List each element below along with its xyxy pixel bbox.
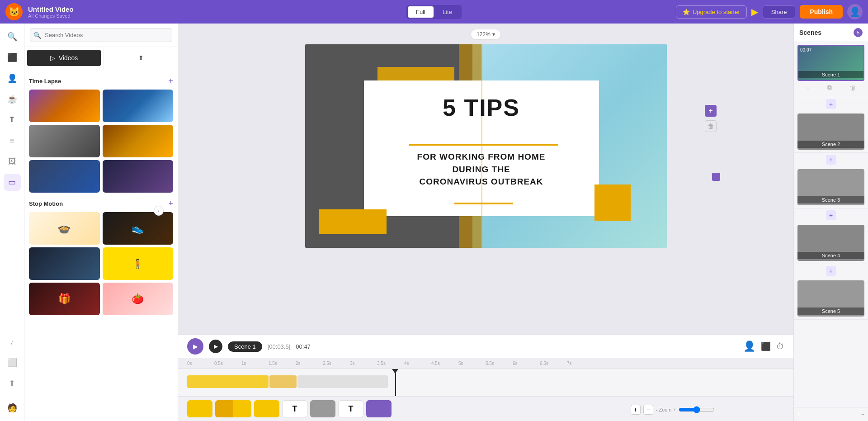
scene-play-button[interactable]: ▶ xyxy=(209,340,222,353)
nav-text-icon[interactable]: T xyxy=(4,111,21,128)
canvas-guide-line xyxy=(481,44,482,248)
stopmotion-add-button[interactable]: + xyxy=(168,199,173,208)
canvas-timeline-area: 122% ▾ 5 TIPS xyxy=(178,24,793,421)
current-time: [00:03.5] xyxy=(268,343,291,350)
nav-scenes-icon[interactable]: ⬛ xyxy=(4,49,21,66)
left-panel: 🔍 ▷ Videos ⬆ Time Lapse + xyxy=(24,24,178,421)
canvas-add-scene-button[interactable]: + xyxy=(705,105,717,117)
timelapse-thumb-2[interactable] xyxy=(103,90,174,122)
tick-7s: 7s xyxy=(567,361,594,366)
tick-5s: 5s xyxy=(458,361,486,366)
nav-search-icon[interactable]: 🔍 xyxy=(4,28,21,45)
avatar-icon-pb[interactable]: 👤 xyxy=(743,341,755,352)
nav-image-icon[interactable]: 🖼 xyxy=(4,153,21,170)
zoom-out-scenes[interactable]: − xyxy=(861,411,864,417)
timelapse-title: Time Lapse xyxy=(29,78,61,85)
play-button[interactable]: ▶ xyxy=(187,338,203,355)
search-input[interactable] xyxy=(30,28,172,42)
stopmotion-thumb-1[interactable]: 🍲 xyxy=(29,212,100,245)
zoom-slider[interactable] xyxy=(679,406,715,413)
scene-add-between-4-5[interactable]: + xyxy=(826,266,836,276)
strip-block-2[interactable] xyxy=(215,400,251,417)
zoom-in-button[interactable]: + xyxy=(631,405,641,415)
strip-block-purple[interactable] xyxy=(366,400,392,417)
nav-character-icon[interactable]: 👤 xyxy=(4,70,21,87)
ruler-ticks: 0s 0.5s 1s 1.5s 2s 2.5s 3s 3.5s 4s 4.5s … xyxy=(178,358,793,369)
tick-0-5s: 0.5s xyxy=(214,361,241,366)
timelapse-thumb-5[interactable] xyxy=(29,160,100,193)
timer-icon[interactable]: ⏱ xyxy=(776,342,784,351)
scene-1-delete-button[interactable]: 🗑 xyxy=(848,83,858,92)
zoom-label: - Zoom + xyxy=(656,407,676,412)
stopmotion-thumb-2[interactable]: 👟 xyxy=(103,212,174,245)
strip-block-4[interactable] xyxy=(310,400,335,417)
zoom-in-scenes[interactable]: + xyxy=(797,411,801,417)
scenes-footer: + − xyxy=(794,407,868,421)
canvas-divider-1 xyxy=(409,144,558,146)
panel-collapse-button[interactable]: ‹ xyxy=(154,206,164,216)
strip-block-3[interactable] xyxy=(254,400,279,417)
stopmotion-thumb-6[interactable]: 🍅 xyxy=(103,283,174,315)
upgrade-button[interactable]: ⭐ Upgrade to starter xyxy=(676,5,747,19)
star-icon: ⭐ xyxy=(683,9,690,15)
zoom-value: 122% xyxy=(476,31,491,38)
tab-upload[interactable]: ⬆ xyxy=(104,47,178,69)
nav-caption-icon[interactable]: ⬜ xyxy=(4,354,21,371)
timeline-track xyxy=(178,369,793,396)
publish-button[interactable]: Publish xyxy=(800,5,843,19)
nav-props-icon[interactable]: ☕ xyxy=(4,90,21,108)
scene-item-1[interactable]: 00:07 Scene 1 + ⧉ 🗑 xyxy=(794,42,868,97)
canvas-delete-scene-button[interactable]: 🗑 xyxy=(705,120,717,132)
user-avatar[interactable]: 👤 xyxy=(847,4,863,19)
tl-block-2[interactable] xyxy=(269,375,297,388)
tick-4-5s: 4.5s xyxy=(431,361,458,366)
tab-videos[interactable]: ▷ Videos xyxy=(27,50,101,66)
stopmotion-thumb-3[interactable] xyxy=(29,247,100,280)
tick-6-5s: 6.5s xyxy=(540,361,567,366)
stopmotion-title: Stop Motion xyxy=(29,200,63,207)
tl-block-3[interactable] xyxy=(297,375,388,388)
scene-item-4[interactable]: Scene 4 xyxy=(794,222,868,264)
mode-full-button[interactable]: Full xyxy=(408,6,434,18)
nav-music-icon[interactable]: ♪ xyxy=(4,333,21,350)
nav-upload-icon[interactable]: ⬆ xyxy=(4,375,21,392)
app-header: 🐱 Untitled Video All Changes Saved Full … xyxy=(0,0,868,24)
timelapse-thumb-6[interactable] xyxy=(103,160,174,193)
nav-video-icon[interactable]: ▭ xyxy=(4,174,21,191)
scene-item-2[interactable]: Scene 2 xyxy=(794,111,868,153)
scene-1-add-button[interactable]: + xyxy=(804,83,811,92)
timeline-blocks xyxy=(187,375,388,388)
stopmotion-thumb-5[interactable]: 🎁 xyxy=(29,283,100,315)
timelapse-thumb-1[interactable] xyxy=(29,90,100,122)
strip-block-text-2[interactable]: T xyxy=(338,400,363,417)
canvas-indicator xyxy=(712,173,720,181)
scene-add-between-1-2[interactable]: + xyxy=(826,99,836,109)
strip-block-text-1[interactable]: T xyxy=(282,400,307,417)
tl-block-1[interactable] xyxy=(187,375,269,388)
stopmotion-thumb-4[interactable]: 🧍 xyxy=(103,247,174,280)
mode-lite-button[interactable]: Lite xyxy=(434,6,460,18)
zoom-out-button[interactable]: − xyxy=(643,405,653,415)
preview-play-button[interactable]: ▶ xyxy=(751,6,758,17)
share-button[interactable]: Share xyxy=(763,5,796,19)
scene-label: Scene 1 xyxy=(228,341,262,352)
canvas-main-title[interactable]: 5 TIPS xyxy=(364,94,599,121)
zoom-control[interactable]: 122% ▾ xyxy=(471,29,501,40)
nav-user-avatar[interactable]: 🧑 xyxy=(4,399,21,416)
timelapse-thumb-3[interactable] xyxy=(29,125,100,157)
canvas-frame[interactable]: 5 TIPS FOR WORKING FROM HOME DURING THE … xyxy=(305,44,667,248)
scene-add-between-3-4[interactable]: + xyxy=(826,210,836,220)
scene-1-copy-button[interactable]: ⧉ xyxy=(826,83,834,92)
scene-item-3[interactable]: Scene 3 xyxy=(794,166,868,208)
timelapse-thumb-4[interactable] xyxy=(103,125,174,157)
strip-block-1[interactable] xyxy=(187,400,212,417)
scene-add-between-2-3[interactable]: + xyxy=(826,155,836,165)
scenes-count: 5 xyxy=(854,28,863,37)
nav-background-icon[interactable]: ≡ xyxy=(4,132,21,149)
canvas-subtitle[interactable]: FOR WORKING FROM HOME DURING THE CORONAV… xyxy=(364,151,599,188)
scene-item-5[interactable]: Scene 5 xyxy=(794,278,868,320)
storyboard-icon[interactable]: ⬛ xyxy=(761,341,771,351)
timelapse-add-button[interactable]: + xyxy=(168,76,173,86)
scenes-panel: Scenes 5 00:07 Scene 1 + ⧉ 🗑 + Scene 2 xyxy=(793,24,868,421)
scene-thumb-4: Scene 4 xyxy=(797,225,864,261)
